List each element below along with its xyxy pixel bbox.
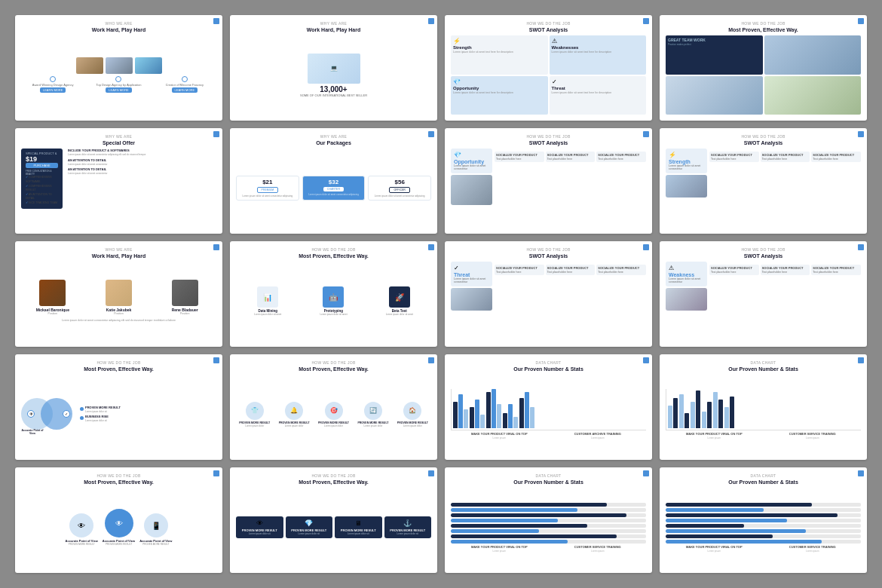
- team-desc-1: Award Winning Design Agency LEARN MORE: [21, 76, 84, 93]
- slide-18-label: HOW WE DO THE JOB: [236, 473, 431, 478]
- process-step-2: 🤖 Prototyping Lorem ipsum dolor sit amet: [302, 286, 365, 316]
- pkg-btn-3[interactable]: OFFICER: [389, 187, 409, 193]
- slide-11[interactable]: HOW WE DO THE JOB SWOT Analysis ✓ Threat…: [445, 241, 652, 347]
- slide-5[interactable]: WHY WE ARE Special Offer SPECIAL PRODUCT…: [15, 128, 222, 234]
- member-photo-1: [39, 280, 66, 306]
- slide-corner-9: [213, 244, 219, 250]
- proc-item-4: 🔄 PROVEN MORE RESULT Lorem ipsum dolor: [354, 402, 391, 427]
- hbar-fill-3: [451, 513, 626, 517]
- slide-3[interactable]: HOW WE DO THE JOB SWOT Analysis ⚡ Streng…: [445, 15, 652, 121]
- slide-corner-6: [428, 131, 434, 137]
- slide-14-label: HOW WE DO THE JOB: [236, 360, 431, 365]
- hbar2-row-5: [666, 524, 861, 528]
- team-description: Lorem ipsum dolor sit amet consectetur a…: [62, 319, 176, 323]
- slide-19[interactable]: DATA CHART Our Proven Number & Stats: [445, 467, 652, 573]
- slide-corner-10: [428, 244, 434, 250]
- slide-14-content: 👕 PROVEN MORE RESULT Lorem ipsum dolor 🔔…: [236, 375, 431, 454]
- bar-4a: [503, 413, 507, 428]
- learn-more-btn-3[interactable]: LEARN MORE: [172, 87, 198, 93]
- hbar2-row-6: [666, 529, 861, 533]
- slide-4[interactable]: HOW WE DO THE JOB Most Proven, Effective…: [660, 15, 867, 121]
- swot-weakness-left: ⚠ Weakness Lorem ipsum dolor sit amet co…: [666, 262, 707, 311]
- beta-test-icon: 🚀: [395, 293, 404, 302]
- slide-5-label: WHY WE ARE: [21, 134, 216, 139]
- circles-row: 👁 Accurate Point of View PROVEN MORE RES…: [21, 509, 216, 546]
- hchart2-label-1: MAKE YOUR PRODUCT VIRAL ON TOP Lorem ips…: [666, 545, 763, 553]
- pkg-btn-1[interactable]: PREMIUM: [257, 187, 279, 193]
- hbar-row-2: [451, 508, 646, 512]
- proc-item-5: 🏠 PROVEN MORE RESULT Lorem ipsum dolor: [394, 402, 431, 427]
- photo-grid: GREAT TEAM WORK Practice makes perfect: [666, 35, 861, 115]
- special-offer-layout: SPECIAL PRODUCT & $19 PURCHASE FREE CONS…: [21, 149, 216, 210]
- proc-item-1: 👕 PROVEN MORE RESULT Lorem ipsum dolor: [236, 402, 273, 427]
- hbar2-fill-8: [666, 540, 822, 544]
- slide-16[interactable]: DATA CHART Our Proven Number & Stats: [660, 354, 867, 460]
- slide-13[interactable]: HOW WE DO THE JOB Most Proven, Effective…: [15, 354, 222, 460]
- slide-8[interactable]: HOW WE DO THE JOB SWOT Analysis ⚡ Streng…: [660, 128, 867, 234]
- swot-threat-right: SOCIALIZE YOUR PRODUCT Text placeholder …: [495, 262, 646, 275]
- slide-18[interactable]: HOW WE DO THE JOB Most Proven, Effective…: [230, 467, 437, 573]
- bar2-group-1: [668, 398, 678, 428]
- weakness-label-2: SOCIALIZE YOUR PRODUCT Text placeholder …: [761, 265, 810, 275]
- slide-6[interactable]: WHY WE ARE Our Packages $21 PREMIUM Lore…: [230, 128, 437, 234]
- slide-corner-8: [858, 131, 864, 137]
- slide-10[interactable]: HOW WE DO THE JOB Most Proven, Effective…: [230, 241, 437, 347]
- hbar2-track-2: [666, 508, 861, 512]
- strength-label-1: SOCIALIZE YOUR PRODUCT Text placeholder …: [709, 152, 759, 162]
- team-images-row: [76, 57, 162, 74]
- slide-12-title: SWOT Analysis: [666, 253, 861, 259]
- dark-box-1: 👁 PROVEN MORE RESULT Lorem ipsum dolor s…: [236, 516, 283, 538]
- slide-1[interactable]: WHO WE ARE Work Hard, Play Hard Award Wi…: [15, 15, 222, 121]
- slide-15[interactable]: DATA CHART Our Proven Number & Stats: [445, 354, 652, 460]
- slide-3-title: SWOT Analysis: [451, 27, 646, 33]
- team-image-3: [135, 57, 162, 74]
- learn-more-btn-1[interactable]: LEARN MORE: [40, 87, 66, 93]
- strength-label-3: SOCIALIZE YOUR PRODUCT Text placeholder …: [811, 152, 861, 162]
- slide-9[interactable]: WHO WE ARE Work Hard, Play Hard Mickael …: [15, 241, 222, 347]
- slide-14[interactable]: HOW WE DO THE JOB Most Proven, Effective…: [230, 354, 437, 460]
- slide-18-title: Most Proven, Effective Way.: [236, 479, 431, 485]
- slide-17[interactable]: HOW WE DO THE JOB Most Proven, Effective…: [15, 467, 222, 573]
- hbar-row-5: [451, 524, 646, 528]
- hbar-track-4: [451, 519, 646, 522]
- weakness-labels: SOCIALIZE YOUR PRODUCT Text placeholder …: [709, 265, 861, 275]
- learn-more-btn-2[interactable]: LEARN MORE: [106, 87, 131, 93]
- hbar-fill-5: [451, 524, 587, 528]
- dark-box-2: 💎 PROVEN MORE RESULT Lorem ipsum dolor s…: [286, 516, 333, 538]
- hbar2-track-7: [666, 534, 861, 538]
- hbar-row-6: [451, 529, 646, 533]
- strength-photo-small: [666, 175, 707, 198]
- horizontal-bar-chart-1: [451, 503, 646, 544]
- hbar2-row-1: [666, 503, 861, 507]
- bar2-1b: [673, 398, 678, 428]
- swot-weakness-cell: ⚠ Weakness Lorem ipsum dolor sit amet co…: [666, 262, 707, 286]
- purchase-btn[interactable]: PURCHASE: [26, 163, 58, 168]
- hbar2-fill-1: [666, 503, 812, 507]
- slide-12[interactable]: HOW WE DO THE JOB SWOT Analysis ⚠ Weakne…: [660, 241, 867, 347]
- pkg-btn-2[interactable]: CHARTER: [323, 187, 344, 191]
- bar-2b: [475, 400, 479, 428]
- bar2-1a: [668, 406, 672, 428]
- slide-20-content: MAKE YOUR PRODUCT VIRAL ON TOP Lorem ips…: [666, 488, 861, 567]
- bar-3a: [486, 392, 491, 428]
- bar2-4a: [702, 412, 706, 428]
- slide-corner-1: [213, 18, 219, 24]
- bar-3b: [492, 389, 496, 428]
- features-list: COMPREHENSIVE SOFTWARE COMPREHENSIVE RES…: [26, 176, 58, 205]
- bar2-5b: [718, 400, 723, 428]
- slide-7[interactable]: HOW WE DO THE JOB SWOT Analysis 💎 Opport…: [445, 128, 652, 234]
- hbar-row-8: [451, 540, 646, 544]
- hbar2-fill-6: [666, 529, 806, 533]
- swot-strength-left: ⚡ Strength Lorem ipsum dolor sit amet co…: [666, 149, 707, 198]
- swot-right: SOCIALIZE YOUR PRODUCT Text placeholder …: [495, 149, 646, 162]
- team-image-2: [106, 57, 133, 74]
- slide-2-title: Work Hard, Play Hard: [236, 27, 431, 33]
- proc-item-2: 🔔 PROVEN MORE RESULT Lorem ipsum dolor: [275, 402, 312, 427]
- slide-2[interactable]: WHY WE ARE Work Hard, Play Hard 💻 13,000…: [230, 15, 437, 121]
- swot-threat-layout: ✓ Threat Lorem ipsum dolor sit amet cons…: [451, 262, 646, 341]
- bar-2a: [470, 407, 474, 428]
- slide-20[interactable]: DATA CHART Our Proven Number & Stats: [660, 467, 867, 573]
- bar-group-1: [453, 394, 468, 428]
- process-step-1: 📊 Data Mining Lorem ipsum dolor sit amet: [236, 286, 299, 316]
- hbar-fill-2: [451, 508, 577, 512]
